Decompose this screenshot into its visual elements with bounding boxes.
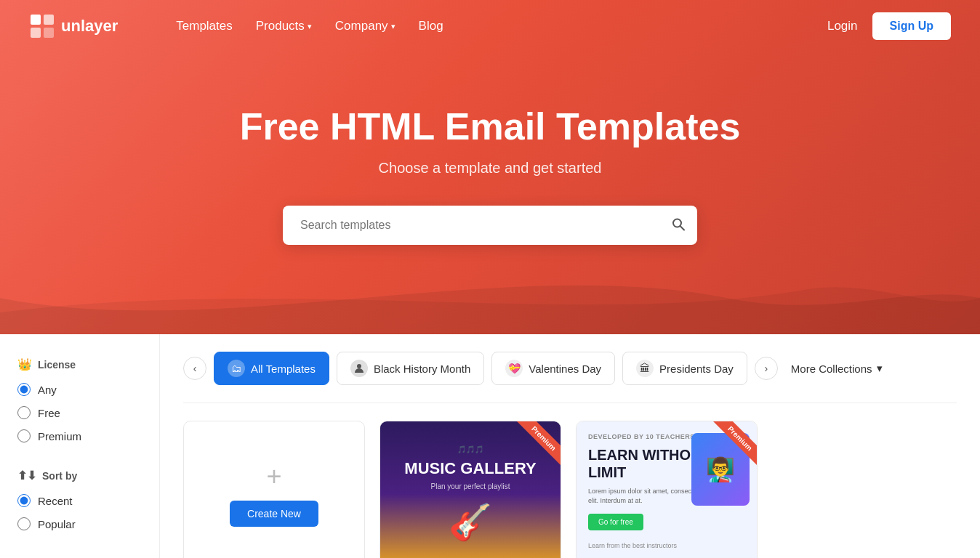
tab-all-templates[interactable]: 🗂 All Templates	[214, 352, 329, 385]
svg-line-5	[680, 226, 685, 230]
license-section: 👑 License Any Free Premium	[17, 357, 142, 442]
bhm-icon	[350, 360, 368, 377]
license-any[interactable]: Any	[17, 383, 142, 396]
tab-black-history-month[interactable]: Black History Month	[337, 352, 484, 385]
sort-icon: ⬆⬇	[17, 469, 36, 482]
tab-prev-button[interactable]: ‹	[183, 357, 206, 380]
collections-tabs: ‹ 🗂 All Templates Black History Month 💝 …	[183, 352, 957, 385]
license-premium[interactable]: Premium	[17, 429, 142, 442]
nav-link-templates[interactable]: Templates	[176, 19, 232, 33]
nav-item-blog[interactable]: Blog	[419, 19, 443, 33]
create-new-button[interactable]: Create New	[230, 501, 318, 527]
more-collections-label: More Collections	[791, 363, 872, 375]
hero-wave	[0, 254, 980, 334]
nav-link-company[interactable]: Company ▾	[335, 19, 395, 33]
svg-rect-0	[31, 15, 41, 25]
sort-radio-group: Recent Popular	[17, 494, 142, 530]
tab-presidents-label: Presidents Day	[659, 363, 734, 375]
sort-title: ⬆⬇ Sort by	[17, 469, 142, 482]
music-badge: 🎵🎵🎵	[457, 445, 483, 453]
license-free-label[interactable]: Free	[38, 407, 60, 419]
content-area: ‹ 🗂 All Templates Black History Month 💝 …	[160, 334, 980, 558]
license-premium-label[interactable]: Premium	[38, 430, 81, 442]
chevron-right-icon: ›	[764, 363, 768, 374]
premium-ribbon-wrap-edu: Premium	[699, 421, 757, 480]
more-collections-chevron-icon: ▾	[877, 362, 883, 375]
sort-popular-label[interactable]: Popular	[38, 518, 76, 530]
license-any-label[interactable]: Any	[38, 384, 57, 396]
tab-bhm-label: Black History Month	[374, 363, 470, 375]
nav-item-templates[interactable]: Templates	[176, 19, 232, 33]
hero-title: Free HTML Email Templates	[240, 105, 741, 148]
products-caret-icon: ▾	[308, 22, 312, 31]
search-input[interactable]	[283, 206, 697, 245]
tab-all-label: All Templates	[251, 363, 316, 375]
person-icon	[353, 363, 365, 374]
search-button[interactable]	[671, 217, 686, 233]
all-templates-icon: 🗂	[228, 360, 245, 377]
nav-item-products[interactable]: Products ▾	[256, 19, 312, 33]
template-card-music[interactable]: Premium 🎵🎵🎵 MUSIC GALLERY Plan your perf…	[379, 421, 561, 558]
main-content: 👑 License Any Free Premium	[0, 334, 980, 558]
valentines-icon: 💝	[505, 360, 523, 377]
more-collections-button[interactable]: More Collections ▾	[791, 362, 883, 375]
tab-presidents-day[interactable]: 🏛 Presidents Day	[622, 352, 747, 385]
tab-valentines-day[interactable]: 💝 Valentines Day	[491, 352, 615, 385]
navbar-right: Login Sign Up	[827, 12, 951, 40]
template-card-blank[interactable]: + Create New	[183, 421, 365, 558]
sort-recent-label[interactable]: Recent	[38, 495, 73, 507]
license-title: 👑 License	[17, 357, 142, 371]
music-subtitle: Plan your perfect playlist	[431, 482, 510, 490]
navbar: unlayer Templates Products ▾ Company ▾ B…	[0, 0, 980, 52]
sort-popular[interactable]: Popular	[17, 517, 142, 530]
license-premium-radio[interactable]	[17, 429, 31, 442]
company-caret-icon: ▾	[391, 22, 395, 31]
sort-section: ⬆⬇ Sort by Recent Popular	[17, 469, 142, 530]
search-bar	[283, 206, 697, 245]
svg-rect-2	[31, 28, 41, 38]
sort-popular-radio[interactable]	[17, 517, 31, 530]
crown-icon: 👑	[17, 357, 32, 371]
premium-ribbon-edu: Premium	[712, 421, 757, 466]
hero-subtitle: Choose a template and get started	[379, 160, 602, 177]
license-free[interactable]: Free	[17, 406, 142, 419]
svg-point-6	[357, 364, 361, 368]
premium-ribbon-wrap: Premium	[502, 421, 561, 480]
presidents-icon: 🏛	[636, 360, 654, 377]
license-any-radio[interactable]	[17, 383, 31, 396]
tab-valentines-label: Valentines Day	[529, 363, 601, 375]
logo-icon	[29, 13, 55, 39]
template-card-edu[interactable]: Premium DEVELOPED BY 10 TEACHERS LEARN W…	[576, 421, 758, 558]
nav-link-blog[interactable]: Blog	[419, 19, 443, 33]
edu-cta-button[interactable]: Go for free	[588, 514, 643, 530]
sidebar: 👑 License Any Free Premium	[0, 334, 160, 558]
svg-rect-3	[44, 28, 54, 38]
search-icon	[671, 217, 686, 231]
svg-rect-1	[44, 15, 54, 25]
nav-item-company[interactable]: Company ▾	[335, 19, 395, 33]
boombox-icon: 🎸	[449, 502, 492, 543]
license-free-radio[interactable]	[17, 406, 31, 419]
plus-icon: +	[266, 461, 281, 492]
premium-ribbon-music: Premium	[515, 421, 561, 466]
templates-grid: + Create New Premium 🎵🎵🎵 MUSIC GALLERY P…	[183, 421, 957, 558]
chevron-left-icon: ‹	[193, 363, 197, 374]
brand-logo[interactable]: unlayer	[29, 13, 118, 39]
login-button[interactable]: Login	[827, 19, 858, 33]
sort-recent[interactable]: Recent	[17, 494, 142, 507]
nav-link-products[interactable]: Products ▾	[256, 19, 312, 33]
license-radio-group: Any Free Premium	[17, 383, 142, 442]
signup-button[interactable]: Sign Up	[872, 12, 951, 40]
brand-name: unlayer	[61, 17, 118, 36]
edu-footer: Learn from the best instructors	[588, 542, 745, 549]
tab-next-button[interactable]: ›	[755, 357, 778, 380]
nav-links: Templates Products ▾ Company ▾ Blog	[176, 19, 443, 33]
tabs-divider	[183, 403, 957, 403]
sort-recent-radio[interactable]	[17, 494, 31, 507]
